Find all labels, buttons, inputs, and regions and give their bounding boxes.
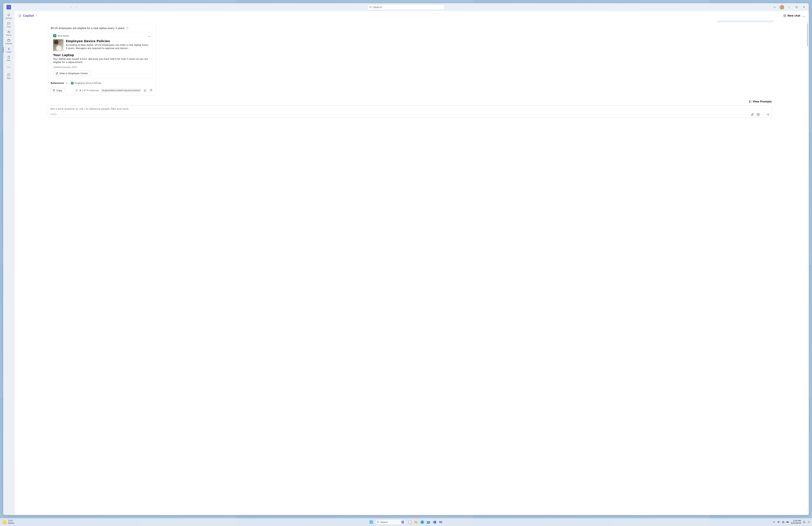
ai-disclaimer: AI-generated content may be incorrect bbox=[101, 89, 141, 92]
rail-files[interactable]: Files bbox=[3, 54, 14, 62]
rail-label: Files bbox=[7, 60, 11, 61]
rail-label: Chat bbox=[7, 26, 11, 28]
svg-rect-24 bbox=[54, 90, 55, 91]
view-employee-center-button[interactable]: View in Employee Center bbox=[53, 71, 90, 76]
copy-label: Copy bbox=[57, 89, 62, 92]
reference-chip[interactable]: Employee Device Policies bbox=[70, 81, 103, 85]
teams-logo-icon: T bbox=[6, 5, 11, 10]
svg-point-15 bbox=[19, 14, 19, 15]
svg-point-23 bbox=[150, 36, 150, 36]
view-ec-label: View in Employee Center bbox=[59, 72, 88, 75]
response-summary: All US employees are eligible for a new … bbox=[51, 27, 125, 30]
svg-text:T: T bbox=[8, 6, 9, 8]
composer-placeholder: Ask a work question or use / to referenc… bbox=[50, 107, 236, 111]
rail-chat[interactable]: Chat bbox=[3, 20, 14, 29]
svg-point-25 bbox=[76, 90, 77, 90]
nav-arrows bbox=[68, 4, 79, 10]
copilot-brand[interactable]: Copilot bbox=[18, 14, 37, 17]
svg-point-22 bbox=[149, 36, 149, 36]
policy-body: According to Now Assist, all US employee… bbox=[66, 44, 150, 50]
rail-label: Apps bbox=[7, 77, 11, 79]
svg-point-21 bbox=[148, 36, 148, 36]
source-card: Now Assist Employee Device Policies Acco… bbox=[51, 32, 153, 78]
rail-label: Copilot bbox=[6, 51, 12, 53]
reference-chip-label: Employee Device Policies bbox=[74, 82, 101, 84]
forward-button[interactable] bbox=[74, 4, 79, 10]
rail-label: Calendar bbox=[5, 43, 13, 44]
privacy-shield-icon[interactable] bbox=[75, 89, 78, 92]
copy-icon bbox=[53, 89, 55, 91]
composer[interactable]: Ask a work question or use / to referenc… bbox=[48, 105, 236, 118]
source-name: Now Assist bbox=[58, 34, 69, 37]
thumbs-down-button[interactable] bbox=[149, 88, 153, 92]
svg-point-9 bbox=[9, 31, 10, 32]
people-icon bbox=[7, 30, 11, 34]
copilot-logo-icon bbox=[18, 14, 21, 17]
rail-apps[interactable]: Apps bbox=[3, 72, 14, 80]
references-label: References bbox=[51, 82, 64, 84]
titlebar: T Search bbox=[3, 3, 236, 11]
rail-label: Teams bbox=[6, 34, 11, 36]
svg-point-16 bbox=[20, 16, 21, 17]
chevron-down-icon bbox=[35, 15, 37, 17]
response-card: All US employees are eligible for a new … bbox=[48, 24, 156, 95]
thumbs-up-button[interactable] bbox=[143, 88, 147, 92]
reference-count-badge: 1 bbox=[66, 82, 68, 84]
rail-label: Activity bbox=[6, 17, 12, 19]
more-icon bbox=[7, 65, 10, 69]
teams-window: T Search Activity bbox=[3, 3, 236, 132]
apps-icon bbox=[7, 73, 10, 76]
back-button[interactable] bbox=[68, 4, 74, 10]
file-icon bbox=[7, 56, 11, 59]
copilot-icon bbox=[7, 47, 11, 50]
svg-point-8 bbox=[8, 31, 9, 32]
now-assist-icon bbox=[71, 82, 74, 84]
status-dot-icon bbox=[79, 90, 81, 91]
policy-title: Employee Device Policies bbox=[66, 39, 150, 43]
policy-thumbnail bbox=[53, 39, 63, 51]
bell-icon bbox=[7, 13, 11, 17]
svg-point-12 bbox=[9, 67, 9, 68]
laptop-body: Your laptop was issued 1/1/21. Because y… bbox=[53, 57, 150, 64]
laptop-title: Your Laptop bbox=[53, 53, 150, 57]
source-more-button[interactable] bbox=[148, 34, 150, 37]
main-pane: Copilot New chat All US employees are el… bbox=[14, 11, 236, 132]
view-prompts-button[interactable]: View Prompts bbox=[14, 100, 236, 103]
chat-icon bbox=[7, 22, 11, 25]
citation-badge[interactable]: 1 bbox=[126, 27, 129, 30]
rail-more[interactable] bbox=[3, 64, 14, 70]
copilot-title: Copilot bbox=[23, 14, 34, 17]
copy-button[interactable]: Copy bbox=[51, 88, 64, 93]
char-count: 0/2000 bbox=[50, 113, 57, 115]
open-external-icon bbox=[56, 72, 58, 75]
response-count: 2 of 30 responses bbox=[79, 89, 99, 91]
svg-point-13 bbox=[10, 67, 10, 68]
rail-teams[interactable]: Teams bbox=[3, 29, 14, 37]
rail-activity[interactable]: Activity bbox=[3, 12, 14, 20]
svg-point-2 bbox=[9, 6, 10, 7]
now-assist-icon bbox=[53, 34, 56, 37]
calendar-icon bbox=[7, 39, 11, 42]
updated-stamp: Updated January 2023 bbox=[53, 66, 150, 68]
main-header: Copilot New chat bbox=[14, 11, 236, 20]
app-rail: Activity Chat Teams Calendar Copilot Fil… bbox=[3, 11, 14, 132]
svg-rect-10 bbox=[8, 40, 10, 42]
rail-copilot[interactable]: Copilot bbox=[3, 46, 14, 54]
chat-scroll[interactable]: All US employees are eligible for a new … bbox=[14, 20, 236, 132]
svg-point-11 bbox=[8, 67, 8, 68]
rail-calendar[interactable]: Calendar bbox=[3, 37, 14, 45]
